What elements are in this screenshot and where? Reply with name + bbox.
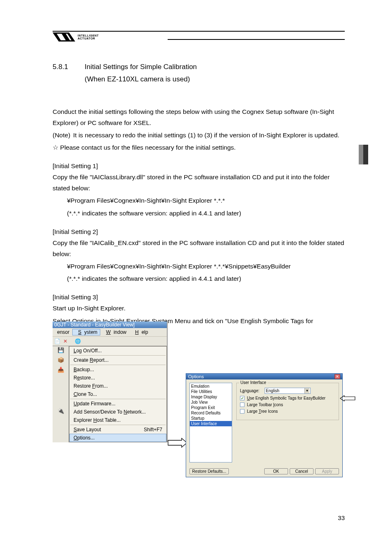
dialog-body: Emulation File Utilities Image Display J… — [186, 379, 342, 466]
backup-icon[interactable]: 📦 — [57, 357, 65, 364]
language-dropdown[interactable]: English ▼ — [265, 388, 311, 394]
sidebar-icons: 💾 📦 📥 🔌 — [53, 346, 69, 442]
star-note: ☆ Please contact us for the files necess… — [53, 142, 345, 153]
section-heading: 5.8.1 Initial Settings for Simple Calibr… — [53, 61, 345, 86]
setting-1-note: (*.*.* indicates the software version: a… — [53, 208, 345, 219]
side-index-tab — [359, 145, 368, 164]
menu-restore[interactable]: Restore... — [69, 374, 166, 382]
checkbox-unchecked-icon[interactable] — [240, 409, 244, 414]
menu-add-sensor[interactable]: Add Sensor/Device To Network... — [69, 408, 166, 416]
language-value: English — [266, 388, 279, 393]
globe-icon[interactable]: 🌐 — [74, 338, 81, 345]
menu-clone-to[interactable]: Clone To... — [69, 390, 166, 398]
checkbox-large-tree-row[interactable]: Large Tree Icons — [240, 409, 335, 414]
screenshot-system-menu: 0GJT - Standard - EasyBuilder View] enso… — [53, 321, 168, 442]
menu-separator — [70, 399, 166, 399]
apply-button[interactable]: Apply — [315, 468, 339, 474]
checkbox-english-tags-label: Use English Symbolic Tags for EasyBuilde… — [247, 396, 325, 400]
list-item[interactable]: Job View — [190, 400, 232, 405]
list-item[interactable]: Startup — [190, 416, 232, 421]
chevron-down-icon[interactable]: ▼ — [304, 388, 309, 393]
list-item[interactable]: Record Defaults — [190, 410, 232, 416]
setting-1-path: ¥Program Files¥Cognex¥In-Sight¥In-Sight … — [53, 195, 345, 206]
toolbar: 📄 ✕ 🌐 — [53, 337, 167, 346]
menu-backup[interactable]: Backup... — [69, 365, 166, 374]
setting-2-path: ¥Program Files¥Cognex¥In-Sight¥In-Sight … — [53, 261, 345, 272]
toolbar-icon-1[interactable]: 📄 — [53, 338, 61, 345]
cancel-button[interactable]: Cancel — [290, 468, 314, 474]
note-label: (Note) — [53, 130, 73, 141]
section-title-line2: (When EZ-110XL camera is used) — [85, 73, 345, 86]
dialog-titlebar: Options ✕ — [186, 374, 342, 379]
dialog-title: Options — [188, 374, 204, 379]
setting-2-note: (*.*.* indicates the software version: a… — [53, 273, 345, 284]
restore-icon[interactable]: 📥 — [57, 367, 65, 374]
callout-arrow-icon — [167, 438, 188, 448]
menu-sensor[interactable]: ensor — [54, 329, 72, 335]
page-header: INTELLIGENT ACTUATOR — [53, 31, 345, 42]
setting-3-heading: [Initial Setting 3] — [53, 291, 345, 303]
menu-window[interactable]: Window — [100, 329, 129, 335]
note-text: It is necessary to redo the initial sett… — [73, 130, 345, 141]
checkbox-unchecked-icon[interactable] — [240, 402, 244, 407]
ok-button[interactable]: OK — [264, 468, 288, 474]
list-item[interactable]: Image Display — [190, 394, 232, 400]
list-item[interactable]: File Utilities — [190, 389, 232, 394]
window-title: 0GJT - Standard - EasyBuilder View] — [53, 321, 167, 328]
body-content: 5.8.1 Initial Settings for Simple Calibr… — [53, 61, 345, 339]
header-rule-top — [53, 31, 345, 32]
menu-body: 💾 📦 📥 🔌 Log On/Off... Create Report... B… — [53, 346, 167, 442]
brand-line2: ACTUATOR — [78, 37, 99, 40]
group-legend: User Interface — [239, 380, 267, 385]
accel-save-layout: Shift+F7 — [144, 427, 162, 432]
close-icon[interactable]: ✕ — [62, 338, 69, 345]
language-label: Language: — [240, 388, 262, 393]
menu-separator — [70, 425, 166, 425]
checkbox-large-toolbar-label: Large Toolbar Icons — [247, 402, 283, 407]
menu-help[interactable]: Help — [129, 329, 151, 335]
setting-3-line1: Start up In-Sight Explorer. — [53, 303, 345, 314]
close-icon[interactable]: ✕ — [334, 374, 340, 379]
brand-line1: INTELLIGENT — [78, 34, 99, 37]
dialog-button-row: Restore Defaults... OK Cancel Apply — [186, 466, 342, 477]
screenshot-options-dialog: Options ✕ Emulation File Utilities Image… — [186, 373, 343, 477]
menu-separator — [70, 365, 166, 365]
list-item-selected[interactable]: User Interface — [190, 421, 232, 426]
options-panel: User Interface Language: English ▼ ✓ Use… — [236, 383, 339, 462]
menu-options[interactable]: Options... — [69, 434, 166, 442]
menubar: ensor System Window Help — [53, 328, 167, 337]
checkbox-english-tags-row[interactable]: ✓ Use English Symbolic Tags for EasyBuil… — [240, 396, 335, 400]
language-row: Language: English ▼ — [240, 388, 335, 394]
brand-logo-icon — [53, 32, 75, 42]
menu-create-report[interactable]: Create Report... — [69, 356, 166, 364]
list-item[interactable]: Emulation — [190, 384, 232, 389]
system-dropdown-menu: Log On/Off... Create Report... Backup...… — [69, 346, 167, 442]
header-rule-bottom — [168, 39, 345, 40]
restore-defaults-button[interactable]: Restore Defaults... — [189, 468, 229, 474]
menu-separator — [70, 355, 166, 356]
save-icon[interactable]: 💾 — [57, 347, 65, 354]
category-list[interactable]: Emulation File Utilities Image Display J… — [189, 383, 232, 462]
setting-2-text: Copy the file "IAICalib_EN.cxd" stored i… — [53, 237, 345, 259]
setting-1-heading: [Initial Setting 1] — [53, 160, 345, 171]
checkbox-checked-icon[interactable]: ✓ — [240, 396, 244, 400]
menu-save-layout[interactable]: Save LayoutShift+F7 — [69, 426, 166, 434]
user-interface-group: User Interface Language: English ▼ ✓ Use… — [236, 383, 339, 420]
setting-1-text: Copy the file "IAIClassLibrary.dll" stor… — [53, 171, 345, 194]
section-title-line1: Initial Settings for Simple Calibration — [85, 61, 345, 73]
menu-system[interactable]: System — [72, 329, 100, 335]
callout-pointer-icon — [339, 395, 356, 403]
checkbox-large-toolbar-row[interactable]: Large Toolbar Icons — [240, 402, 335, 407]
checkbox-large-tree-label: Large Tree Icons — [247, 409, 278, 414]
list-item[interactable]: Program Exit — [190, 405, 232, 410]
network-icon[interactable]: 🔌 — [57, 408, 65, 415]
note-paragraph: (Note) It is necessary to redo the initi… — [53, 130, 345, 141]
page-number: 33 — [338, 514, 345, 521]
setting-2-heading: [Initial Setting 2] — [53, 226, 345, 237]
menu-restore-from[interactable]: Restore From... — [69, 382, 166, 390]
menu-update-firmware[interactable]: Update Firmware... — [69, 400, 166, 408]
menu-log-on-off[interactable]: Log On/Off... — [69, 347, 166, 355]
section-number: 5.8.1 — [53, 61, 85, 86]
menu-host-table[interactable]: Explorer Host Table... — [69, 416, 166, 424]
header-logo-row: INTELLIGENT ACTUATOR — [53, 32, 345, 42]
